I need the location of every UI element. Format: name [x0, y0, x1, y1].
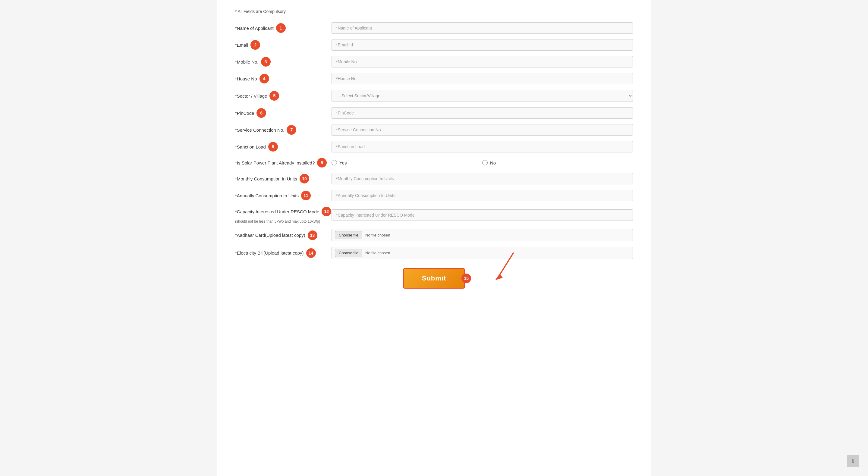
input-col-aadhaar-card: Choose fileNo file chosen [332, 229, 633, 241]
field-row-name-of-applicant: *Name of Applicant1 [235, 22, 633, 34]
badge-4: 4 [259, 74, 269, 84]
capacity-label-col: *Capacity Interested Under RESCO Mode 12… [235, 207, 332, 224]
input-col-annually-consumption [332, 190, 633, 201]
input-house-no[interactable] [332, 73, 633, 84]
label-electricity-bill: *Electricity Bill(Upload latest copy) [235, 250, 304, 255]
badge-13: 13 [308, 230, 317, 240]
field-row-annually-consumption: *Annually Consumption In Units11 [235, 190, 633, 201]
badge-5: 5 [270, 91, 279, 101]
field-row-service-connection-no: *Service Connection No.7 [235, 124, 633, 135]
compulsory-note: * All Fields are Compulsory [235, 9, 633, 14]
label-sector-village: *Sector / Village [235, 93, 267, 98]
input-sanction-load[interactable] [332, 141, 633, 153]
solar-yes-label: Yes [339, 160, 347, 165]
choose-file-btn-aadhaar-card[interactable]: Choose file [335, 231, 362, 239]
select-sector-village[interactable]: ---Select Sector/Village--- [332, 90, 633, 102]
label-col-annually-consumption: *Annually Consumption In Units11 [235, 191, 332, 200]
label-pincode: *PinCode [235, 110, 254, 116]
input-col-electricity-bill: Choose fileNo file chosen [332, 247, 633, 259]
input-col-name-of-applicant [332, 22, 633, 34]
fields-container: *Name of Applicant1*Email2*Mobile No.3*H… [235, 22, 633, 153]
label-name-of-applicant: *Name of Applicant [235, 26, 274, 31]
field-row-monthly-consumption: *Monthly Consumption In Units10 [235, 173, 633, 184]
label-col-mobile-no: *Mobile No.3 [235, 57, 332, 67]
submit-button[interactable]: Submit [403, 268, 465, 289]
badge-10: 10 [300, 174, 309, 184]
field-row-mobile-no: *Mobile No.3 [235, 56, 633, 67]
field-row-email: *Email2 [235, 39, 633, 51]
badge-9: 9 [317, 158, 327, 167]
label-service-connection-no: *Service Connection No. [235, 127, 284, 132]
file-wrapper-electricity-bill: Choose fileNo file chosen [332, 247, 633, 259]
input-email[interactable] [332, 39, 633, 51]
choose-file-btn-electricity-bill[interactable]: Choose file [335, 249, 362, 257]
file-chosen-label-aadhaar-card: No file chosen [365, 233, 390, 237]
badge-2: 2 [250, 40, 260, 50]
capacity-label: *Capacity Interested Under RESCO Mode [235, 209, 319, 214]
label-col-electricity-bill: *Electricity Bill(Upload latest copy)14 [235, 248, 332, 258]
solar-radio-col: Yes No [332, 160, 633, 165]
field-row-electricity-bill: *Electricity Bill(Upload latest copy)14C… [235, 247, 633, 259]
input-mobile-no[interactable] [332, 56, 633, 67]
badge-8: 8 [268, 142, 278, 152]
badge-6: 6 [256, 108, 266, 118]
input-annually-consumption[interactable] [332, 190, 633, 201]
submit-btn-wrapper: Submit 15 [403, 268, 465, 289]
label-annually-consumption: *Annually Consumption In Units [235, 193, 299, 198]
capacity-input[interactable] [332, 210, 633, 221]
badge-12: 12 [321, 207, 331, 216]
solar-no-radio[interactable] [482, 160, 488, 165]
solar-radio-group: Yes No [332, 160, 633, 165]
label-col-pincode: *PinCode6 [235, 108, 332, 118]
solar-no-label: No [490, 160, 496, 165]
label-sanction-load: *Sanction Load [235, 144, 266, 150]
label-monthly-consumption: *Monthly Consumption In Units [235, 176, 297, 181]
input-col-sector-village: ---Select Sector/Village--- [332, 90, 633, 102]
field-row-house-no: *House No4 [235, 73, 633, 84]
input-pincode[interactable] [332, 107, 633, 119]
badge-15: 15 [461, 274, 471, 283]
label-col-sector-village: *Sector / Village5 [235, 91, 332, 101]
badge-14: 14 [306, 248, 316, 258]
solar-yes-radio[interactable] [332, 160, 337, 165]
solar-yes-option[interactable]: Yes [332, 160, 482, 165]
label-col-name-of-applicant: *Name of Applicant1 [235, 23, 332, 33]
consumption-container: *Monthly Consumption In Units10*Annually… [235, 173, 633, 201]
label-col-email: *Email2 [235, 40, 332, 50]
input-col-pincode [332, 107, 633, 119]
input-name-of-applicant[interactable] [332, 22, 633, 34]
page-wrapper: * All Fields are Compulsory *Name of App… [217, 0, 651, 476]
field-row-sanction-load: *Sanction Load8 [235, 141, 633, 153]
solar-question-label: *Is Solar Power Plant Already Installed? [235, 160, 315, 165]
badge-7: 7 [287, 125, 296, 135]
label-col-aadhaar-card: *Aadhaar Card(Upload latest copy)13 [235, 230, 332, 240]
label-mobile-no: *Mobile No. [235, 59, 258, 64]
svg-marker-1 [495, 274, 503, 280]
file-chosen-label-electricity-bill: No file chosen [365, 251, 390, 255]
submit-section: Submit 15 [235, 268, 633, 289]
input-monthly-consumption[interactable] [332, 173, 633, 184]
scroll-to-top-button[interactable]: ⇧ [847, 455, 859, 467]
field-row-pincode: *PinCode6 [235, 107, 633, 119]
solar-no-option[interactable]: No [482, 160, 633, 165]
capacity-sub-label: (should not be less than 5kWp and max up… [235, 219, 320, 224]
input-col-email [332, 39, 633, 51]
input-service-connection-no[interactable] [332, 124, 633, 135]
file-container: *Aadhaar Card(Upload latest copy)13Choos… [235, 229, 633, 259]
label-email: *Email [235, 42, 248, 47]
badge-3: 3 [261, 57, 271, 67]
solar-question-row: *Is Solar Power Plant Already Installed?… [235, 158, 633, 167]
input-col-service-connection-no [332, 124, 633, 135]
label-col-service-connection-no: *Service Connection No.7 [235, 125, 332, 135]
solar-question-label-col: *Is Solar Power Plant Already Installed?… [235, 158, 332, 167]
label-col-monthly-consumption: *Monthly Consumption In Units10 [235, 174, 332, 184]
badge-11: 11 [301, 191, 311, 200]
label-house-no: *House No [235, 76, 257, 81]
input-col-monthly-consumption [332, 173, 633, 184]
badge-1: 1 [276, 23, 286, 33]
file-wrapper-aadhaar-card: Choose fileNo file chosen [332, 229, 633, 241]
capacity-row: *Capacity Interested Under RESCO Mode 12… [235, 207, 633, 224]
label-col-sanction-load: *Sanction Load8 [235, 142, 332, 152]
label-aadhaar-card: *Aadhaar Card(Upload latest copy) [235, 232, 305, 238]
field-row-aadhaar-card: *Aadhaar Card(Upload latest copy)13Choos… [235, 229, 633, 241]
